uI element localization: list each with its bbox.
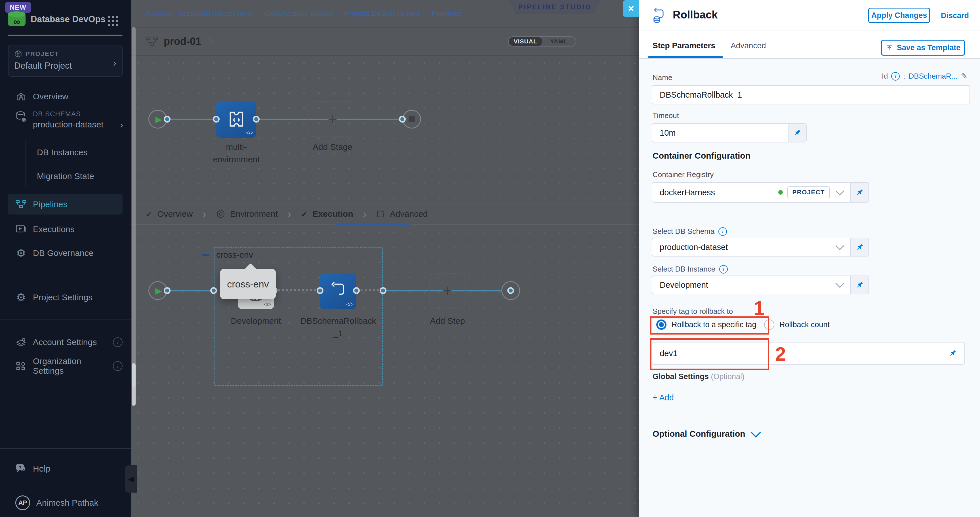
- container-registry-label: Container Registry: [652, 170, 714, 179]
- sidebar-item-migration-state[interactable]: Migration State: [37, 172, 94, 181]
- sidebar-item-db-instances[interactable]: DB Instances: [37, 148, 88, 157]
- stage-node-multi-environment[interactable]: </>: [216, 101, 256, 138]
- db-instance-select[interactable]: Development: [652, 275, 869, 294]
- breadcrumb-project[interactable]: Project: Default Project: [344, 9, 420, 18]
- connector-port: [210, 287, 217, 294]
- sidebar-item-db-schemas[interactable]: DB SCHEMAS production-dataset: [15, 110, 103, 129]
- db-schema-select[interactable]: production-dataset: [652, 238, 869, 256]
- connector-port: [507, 287, 514, 294]
- chevron-down-icon: [835, 241, 844, 250]
- tab-step-parameters[interactable]: Step Parameters: [652, 41, 715, 50]
- specify-tag-label: Specify tag to rollback to: [652, 307, 733, 316]
- step-node-rollback[interactable]: </>: [320, 273, 356, 309]
- toggle-yaml[interactable]: YAML: [542, 37, 576, 46]
- canvas-scrollbar[interactable]: [132, 27, 135, 387]
- connector-status-dot: [778, 190, 783, 195]
- connector-port: [253, 116, 259, 122]
- info-icon: i: [719, 265, 728, 274]
- input-type-pin-button[interactable]: [850, 239, 869, 256]
- active-tab-indicator: [648, 56, 723, 58]
- close-panel-button[interactable]: ×: [623, 0, 639, 17]
- connector-line: [158, 119, 412, 120]
- breadcrumb-pipelines[interactable]: Pipelines: [431, 9, 461, 18]
- radio-rollback-count[interactable]: Rollback count: [764, 320, 830, 330]
- name-label: Name: [652, 73, 672, 82]
- breadcrumb-account[interactable]: Account: kurosakiichigo.songoku: [146, 9, 253, 18]
- sidebar-item-overview[interactable]: Overview: [8, 86, 123, 107]
- input-type-pin-button[interactable]: [850, 276, 869, 294]
- annotation-number-2: 2: [775, 343, 786, 365]
- add-step-button[interactable]: +: [429, 273, 466, 308]
- timeout-input[interactable]: 10m: [652, 123, 807, 142]
- input-type-pin-button[interactable]: [788, 124, 806, 142]
- tab-environment[interactable]: Environment: [216, 209, 278, 219]
- sidebar-item-project-settings[interactable]: ⚙ Project Settings: [8, 287, 123, 308]
- chevron-separator-icon: ›: [363, 208, 367, 221]
- edit-pencil-icon[interactable]: ✎: [207, 36, 214, 46]
- connector-port: [380, 287, 387, 294]
- discard-button[interactable]: Discard: [941, 11, 969, 20]
- pipeline-studio-badge: PIPELINE STUDIO: [509, 0, 601, 14]
- scope-badge: PROJECT: [788, 186, 830, 198]
- sidebar-item-db-governance[interactable]: ⚙ DB Governance: [8, 243, 123, 263]
- add-global-setting-link[interactable]: + Add: [652, 393, 674, 402]
- tab-execution[interactable]: ✓ Execution: [301, 209, 353, 219]
- container-registry-select[interactable]: dockerHarness PROJECT: [652, 182, 869, 203]
- connector-port: [399, 116, 406, 122]
- help-chat-icon: ?: [15, 464, 27, 474]
- sidebar-collapse-button[interactable]: ◀: [125, 465, 137, 493]
- chevron-right-icon: ›: [113, 57, 116, 68]
- name-input[interactable]: DBSchemaRollback_1: [652, 85, 970, 104]
- toggle-visual[interactable]: VISUAL: [509, 37, 542, 46]
- sidebar-item-pipelines[interactable]: Pipelines: [8, 194, 123, 215]
- settings-gear-icon: ⚙: [15, 291, 27, 304]
- collapse-arrow-icon: ◀: [128, 475, 134, 484]
- optional-configuration-toggle[interactable]: Optional Configuration: [652, 429, 760, 439]
- sidebar-item-account-settings[interactable]: Account Settings i: [8, 332, 123, 352]
- pipeline-icon: [146, 36, 158, 46]
- governance-gear-icon: ⚙: [15, 247, 27, 259]
- check-icon: ✓: [301, 209, 308, 219]
- chevron-separator-icon: ›: [287, 208, 291, 221]
- divider: [0, 278, 131, 279]
- collapse-dash-icon[interactable]: [202, 254, 209, 256]
- chevron-separator-icon: ›: [425, 9, 427, 18]
- tab-advanced[interactable]: Advanced: [376, 209, 428, 219]
- tab-advanced-panel[interactable]: Advanced: [730, 41, 766, 50]
- divider: [8, 35, 123, 36]
- annotation-box-1: [650, 317, 769, 334]
- annotation-number-1: 1: [754, 297, 764, 319]
- add-stage-label: Add Stage: [293, 141, 372, 153]
- db-schema-label: Select DB Schema i: [652, 227, 727, 236]
- apply-changes-button[interactable]: Apply Changes: [868, 8, 930, 23]
- edit-id-pencil-icon[interactable]: ✎: [961, 72, 967, 81]
- step-label-development: Development: [225, 315, 287, 327]
- chevron-separator-icon: ›: [202, 208, 206, 221]
- advanced-icon: [376, 209, 385, 218]
- stage-graph: ▶ </> multi-environment + Add Stage: [131, 56, 639, 203]
- chevron-down-icon: [835, 186, 844, 195]
- sidebar-item-executions[interactable]: Executions: [8, 219, 123, 240]
- home-icon: [15, 91, 27, 102]
- yaml-code-icon: </>: [246, 130, 253, 136]
- project-selector[interactable]: PROJECT Default Project ›: [8, 45, 123, 76]
- sidebar-item-organization-settings[interactable]: Organization Settings i: [8, 356, 123, 376]
- play-icon: ▶: [155, 286, 162, 296]
- module-grid-icon[interactable]: [108, 16, 110, 18]
- divider: [0, 319, 131, 320]
- panel-title: Rollback: [673, 9, 718, 21]
- add-stage-button[interactable]: +: [307, 101, 358, 137]
- breadcrumb-organization[interactable]: Organization: default: [265, 9, 333, 18]
- input-type-pin-icon: [948, 349, 957, 358]
- chevron-separator-icon: ›: [258, 9, 260, 18]
- layers-icon: [15, 337, 27, 347]
- plus-icon: +: [442, 281, 452, 300]
- user-profile[interactable]: AP Animesh Pathak: [8, 492, 123, 514]
- step-id-row: Id i : DBSchemaR... ✎: [882, 72, 967, 81]
- input-type-pin-button[interactable]: [850, 183, 869, 202]
- timeout-label: Timeout: [652, 111, 679, 120]
- sidebar-item-help[interactable]: ? Help: [8, 458, 123, 479]
- connector-port: [353, 287, 360, 294]
- tab-overview[interactable]: ✓ Overview: [146, 209, 192, 219]
- save-as-template-button[interactable]: Save as Template: [881, 40, 965, 56]
